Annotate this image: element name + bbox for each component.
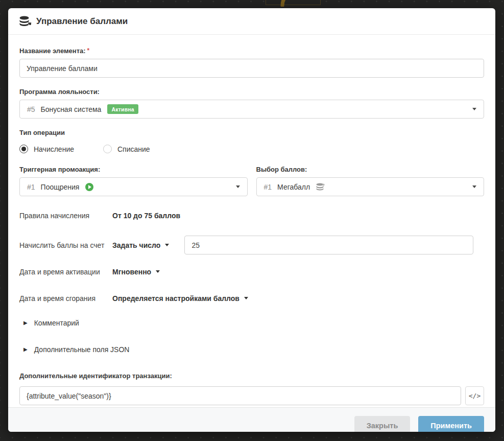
modal-footer: Закрыть Применить: [8, 407, 495, 432]
chevron-down-icon: [236, 185, 240, 188]
modal-body: Название элемента:* Программа лояльности…: [8, 35, 495, 407]
chevron-down-icon: [472, 185, 476, 188]
loyalty-program-label: Программа лояльности:: [19, 88, 484, 96]
chevron-down-icon: [156, 270, 160, 273]
transaction-id-input[interactable]: [19, 386, 461, 405]
code-icon: </>: [469, 392, 481, 400]
expiration-label: Дата и время сгорания: [19, 294, 112, 303]
required-asterisk: *: [87, 47, 90, 54]
element-name-field: Название элемента:*: [19, 47, 484, 78]
collapsed-arrow-icon: ▶: [23, 320, 28, 326]
expiration-mode-dropdown[interactable]: Определяется настройками баллов: [112, 294, 248, 303]
accrue-mode-dropdown[interactable]: Задать число: [112, 241, 169, 249]
expiration-mode-value: Определяется настройками баллов: [112, 294, 239, 303]
points-stack-heart-icon: [19, 16, 31, 27]
loyalty-program-name: Бонусная система: [41, 105, 102, 113]
activation-mode-dropdown[interactable]: Мгновенно: [112, 268, 160, 276]
trigger-promo-name: Поощрения: [41, 183, 80, 191]
radio-debit-label: Списание: [117, 145, 150, 153]
points-select-name: Мегабалл: [277, 183, 310, 191]
expiration-row: Дата и время сгорания Определяется настр…: [19, 289, 484, 308]
element-name-input[interactable]: [19, 59, 484, 78]
loyalty-program-field: Программа лояльности: #5 Бонусная систем…: [19, 88, 484, 119]
accrue-mode-value: Задать число: [112, 241, 160, 249]
modal-header: Управление баллами: [8, 8, 495, 35]
activation-row: Дата и время активации Мгновенно: [19, 262, 484, 281]
activation-mode-value: Мгновенно: [112, 268, 151, 276]
points-select-field: Выбор баллов: #1 Мегабалл: [256, 166, 485, 196]
radio-checked-icon: [19, 145, 28, 153]
points-select[interactable]: #1 Мегабалл: [256, 177, 485, 196]
accrual-rules-row: Правила начисления От 10 до 75 баллов: [19, 210, 484, 222]
dimmed-background-widget: [266, 0, 321, 5]
element-name-label: Название элемента:*: [19, 47, 484, 55]
apply-button[interactable]: Применить: [418, 416, 484, 432]
background-curve-glyph: [280, 0, 306, 7]
operation-type-options: Начисление Списание: [19, 145, 484, 153]
close-button[interactable]: Закрыть: [354, 416, 411, 432]
trigger-promo-field: Триггерная промоакция: #1 Поощрения: [19, 166, 248, 196]
points-select-label: Выбор баллов:: [256, 166, 485, 173]
points-select-id: #1: [264, 183, 272, 191]
radio-unchecked-icon: [103, 145, 112, 153]
modal-title: Управление баллами: [36, 16, 128, 27]
loyalty-program-id: #5: [27, 105, 35, 113]
transaction-id-label: Дополнительные идентификатор транзакции:: [19, 372, 484, 380]
radio-option-accrual[interactable]: Начисление: [19, 145, 74, 153]
chevron-down-icon: [472, 108, 476, 110]
points-amount-input[interactable]: [184, 236, 473, 254]
status-badge: Активна: [107, 104, 138, 114]
coins-stack-icon: [316, 183, 325, 191]
activation-label: Дата и время активации: [19, 268, 112, 276]
operation-type-field: Тип операции Начисление Списание: [19, 129, 484, 153]
chevron-down-icon: [165, 244, 169, 246]
radio-accrual-label: Начисление: [34, 145, 74, 153]
collapsed-arrow-icon: ▶: [23, 347, 28, 352]
accrual-rules-label: Правила начисления: [19, 212, 112, 220]
chevron-down-icon: [244, 297, 248, 299]
trigger-promo-label: Триггерная промоакция:: [19, 166, 248, 173]
loyalty-program-select[interactable]: #5 Бонусная система Активна: [19, 100, 484, 119]
operation-type-label: Тип операции: [19, 129, 484, 136]
radio-option-debit[interactable]: Списание: [103, 145, 150, 153]
points-management-modal: Управление баллами Название элемента:* П…: [8, 8, 495, 432]
trigger-promo-select[interactable]: #1 Поощрения: [19, 177, 248, 196]
comment-section-label: Комментарий: [34, 319, 79, 327]
selects-row: Триггерная промоакция: #1 Поощрения Выбо…: [19, 166, 484, 196]
trigger-promo-id: #1: [27, 183, 35, 191]
comment-section-toggle[interactable]: ▶ Комментарий: [23, 319, 484, 327]
accrual-rules-value: От 10 до 75 баллов: [112, 212, 180, 220]
json-fields-section-toggle[interactable]: ▶ Дополнительные поля JSON: [23, 345, 484, 354]
json-fields-section-label: Дополнительные поля JSON: [34, 345, 130, 354]
code-template-button[interactable]: </>: [465, 386, 484, 405]
play-circle-icon: [85, 183, 93, 191]
accrue-points-label: Начислить баллы на счет: [19, 241, 112, 249]
accrue-points-row: Начислить баллы на счет Задать число: [19, 236, 484, 254]
transaction-id-field: Дополнительные идентификатор транзакции:…: [19, 372, 484, 405]
